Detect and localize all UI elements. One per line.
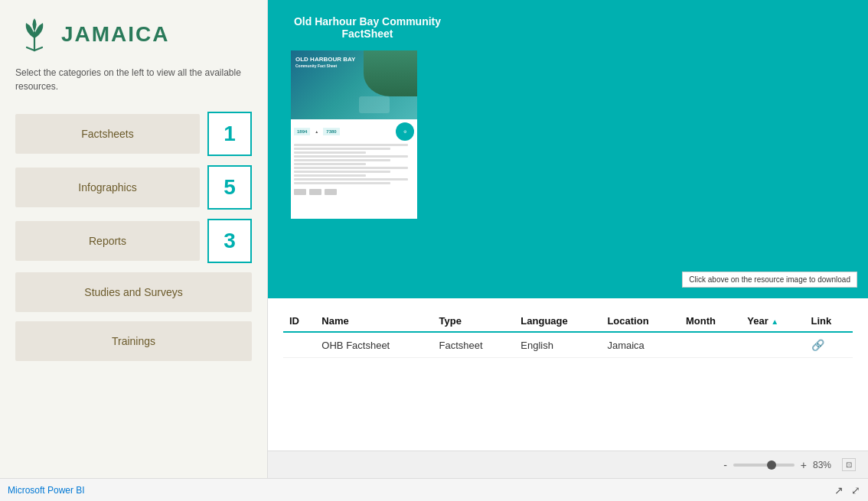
year-sort-arrow: ▲ — [771, 317, 778, 326]
svg-line-1 — [27, 47, 34, 50]
zoom-level: 83% — [813, 460, 836, 470]
powerbi-link[interactable]: Microsoft Power BI — [8, 485, 85, 496]
cell-name: OHB Factsheet — [315, 332, 432, 358]
reports-count[interactable]: 3 — [207, 219, 252, 263]
resource-link[interactable]: 🔗 — [811, 339, 824, 351]
category-row-trainings: Trainings — [15, 321, 252, 361]
zoom-in-button[interactable]: + — [799, 459, 808, 471]
cell-id — [283, 332, 315, 358]
expand-icon[interactable]: ⤢ — [851, 484, 860, 496]
zoom-slider[interactable] — [733, 464, 795, 467]
footer-bar: Microsoft Power BI ↗ ⤢ — [0, 478, 868, 501]
category-row-factsheets: Factsheets 1 — [15, 112, 252, 156]
zoom-out-button[interactable]: - — [722, 459, 729, 471]
table-row: OHB Factsheet Factsheet English Jamaica … — [283, 332, 853, 358]
click-hint: Click above on the resource image to dow… — [682, 272, 857, 288]
sidebar-description: Select the categories on the left to vie… — [15, 66, 252, 93]
sidebar: JAMAICA Select the categories on the lef… — [0, 0, 268, 478]
svg-line-2 — [34, 47, 42, 50]
share-icon[interactable]: ↗ — [834, 484, 844, 496]
studies-button[interactable]: Studies and Surveys — [15, 272, 252, 312]
cell-link[interactable]: 🔗 — [805, 332, 853, 358]
logo-area: JAMAICA — [15, 15, 252, 54]
reports-button[interactable]: Reports — [15, 221, 200, 261]
factsheets-button[interactable]: Factsheets — [15, 114, 200, 154]
preview-image[interactable]: OLD HARBOUR BAY Community Fact Sheet 189… — [291, 50, 417, 219]
logo-text: JAMAICA — [61, 22, 170, 47]
cell-type: Factsheet — [433, 332, 515, 358]
infographics-count[interactable]: 5 — [207, 165, 252, 210]
zoom-control: - + 83% — [722, 459, 836, 471]
col-id: ID — [283, 311, 315, 332]
resource-table: ID Name Type Language Location Month Yea… — [283, 311, 853, 358]
category-row-reports: Reports 3 — [15, 219, 252, 263]
preview-title: Old Harhour Bay Community FactSheet — [291, 15, 444, 40]
factsheet-preview-graphic: OLD HARBOUR BAY Community Fact Sheet 189… — [291, 50, 417, 219]
trainings-button[interactable]: Trainings — [15, 321, 252, 361]
col-language: Language — [514, 311, 601, 332]
zoom-thumb — [767, 460, 776, 470]
col-year[interactable]: Year ▲ — [741, 311, 804, 332]
cell-year — [741, 332, 804, 358]
col-name: Name — [315, 311, 432, 332]
infographics-button[interactable]: Infographics — [15, 168, 200, 207]
factsheets-count[interactable]: 1 — [207, 112, 252, 156]
col-location: Location — [601, 311, 680, 332]
jamaica-logo-icon — [15, 15, 54, 54]
cell-location: Jamaica — [601, 332, 680, 358]
cell-language: English — [514, 332, 601, 358]
zoom-bar: - + 83% ⊡ — [268, 451, 868, 478]
col-type: Type — [433, 311, 515, 332]
fit-page-button[interactable]: ⊡ — [842, 458, 856, 471]
category-row-infographics: Infographics 5 — [15, 165, 252, 210]
preview-area: Old Harhour Bay Community FactSheet OLD … — [268, 0, 868, 298]
footer-icons: ↗ ⤢ — [834, 484, 860, 496]
table-area: ID Name Type Language Location Month Yea… — [268, 298, 868, 451]
category-row-studies: Studies and Surveys — [15, 272, 252, 312]
col-month: Month — [680, 311, 741, 332]
right-panel: Old Harhour Bay Community FactSheet OLD … — [268, 0, 868, 478]
cell-month — [680, 332, 741, 358]
col-link: Link — [805, 311, 853, 332]
